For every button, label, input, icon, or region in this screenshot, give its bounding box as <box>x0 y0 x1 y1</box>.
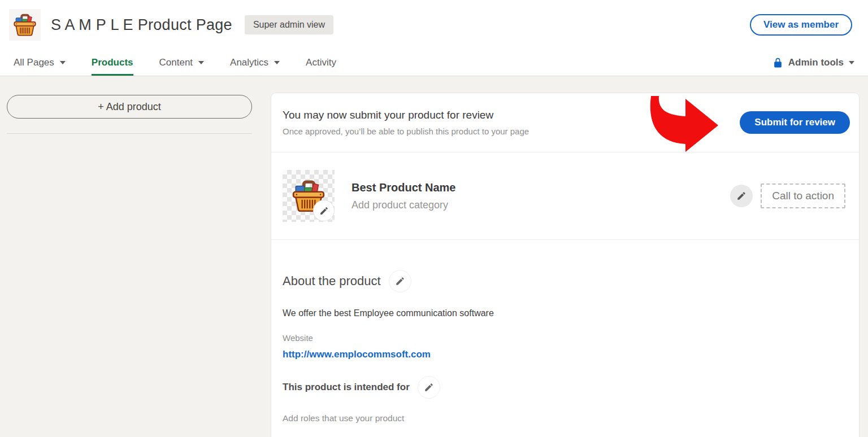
edit-call-to-action-button[interactable] <box>730 185 753 207</box>
review-banner-subtitle: Once approved, you’ll be able to publish… <box>283 126 529 136</box>
about-section: About the product We offer the best Empl… <box>271 240 859 423</box>
nav-tab-analytics[interactable]: Analytics <box>230 50 280 76</box>
page-nav: All Pages Products Content Analytics Act… <box>0 50 868 76</box>
nav-tab-activity[interactable]: Activity <box>306 50 336 76</box>
product-card: You may now submit your product for revi… <box>271 93 859 437</box>
pencil-icon <box>395 276 405 286</box>
nav-tab-label: Products <box>92 57 133 68</box>
page-header: S A M P L E Product Page Super admin vie… <box>0 0 868 50</box>
review-banner-text: You may now submit your product for revi… <box>283 109 529 136</box>
content-area: + Add product You may now submit your pr… <box>0 76 868 437</box>
edit-about-button[interactable] <box>389 270 411 292</box>
pencil-icon <box>319 206 329 216</box>
super-admin-view-badge: Super admin view <box>245 15 333 34</box>
about-heading-row: About the product <box>283 270 848 292</box>
nav-tab-label: All Pages <box>14 57 54 68</box>
nav-tab-content[interactable]: Content <box>159 50 205 76</box>
nav-tab-label: Activity <box>306 57 336 68</box>
chevron-down-icon <box>60 61 66 64</box>
product-image <box>283 170 335 222</box>
website-label: Website <box>283 333 848 343</box>
about-description: We offer the best Employee communication… <box>283 308 848 318</box>
admin-tools-label: Admin tools <box>788 57 844 68</box>
nav-tab-label: Analytics <box>230 57 268 68</box>
roles-placeholder: Add roles that use your product <box>283 413 848 423</box>
page: S A M P L E Product Page Super admin vie… <box>0 0 868 437</box>
edit-product-image-button[interactable] <box>313 200 335 221</box>
call-to-action-button[interactable]: Call to action <box>761 183 845 208</box>
submit-for-review-button[interactable]: Submit for review <box>740 111 850 134</box>
pencil-icon <box>736 191 747 201</box>
chevron-down-icon <box>274 61 280 64</box>
product-actions: Call to action <box>730 183 845 208</box>
view-as-member-button[interactable]: View as member <box>750 14 852 36</box>
about-heading: About the product <box>283 274 381 289</box>
product-summary-row: Best Product Name Add product category C… <box>271 152 859 240</box>
add-product-button[interactable]: + Add product <box>7 95 252 119</box>
product-text: Best Product Name Add product category <box>351 181 456 211</box>
edit-intended-for-button[interactable] <box>418 376 440 399</box>
admin-tools-menu[interactable]: Admin tools <box>772 57 854 68</box>
intended-for-row: This product is intended for <box>283 376 848 399</box>
product-category-placeholder[interactable]: Add product category <box>351 199 456 211</box>
review-banner: You may now submit your product for revi… <box>271 93 859 152</box>
shopping-basket-logo-icon <box>9 9 41 41</box>
chevron-down-icon <box>849 61 854 64</box>
nav-tab-products[interactable]: Products <box>92 50 133 76</box>
website-link[interactable]: http://www.emplocommsoft.com <box>283 349 431 360</box>
lock-icon <box>772 58 783 68</box>
nav-tab-label: Content <box>159 57 193 68</box>
page-title: S A M P L E Product Page <box>51 16 232 34</box>
review-banner-title: You may now submit your product for revi… <box>283 109 529 121</box>
intended-for-label: This product is intended for <box>283 382 410 393</box>
nav-tab-all-pages[interactable]: All Pages <box>14 50 66 76</box>
pencil-icon <box>424 382 434 392</box>
sidebar-divider <box>7 133 252 134</box>
product-name: Best Product Name <box>351 181 456 194</box>
chevron-down-icon <box>198 61 204 64</box>
